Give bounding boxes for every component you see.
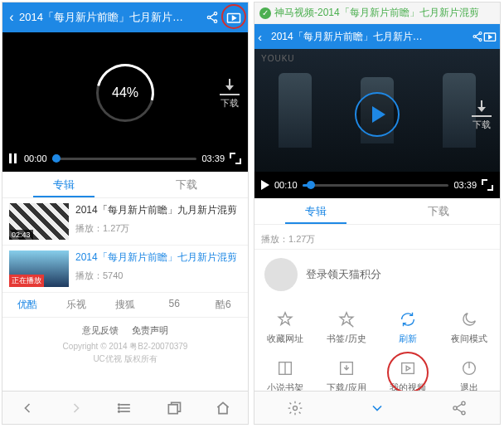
nav-collapse[interactable] [337, 392, 419, 424]
refresh-icon [398, 309, 418, 329]
player-controls: 00:10 03:39 [254, 172, 500, 198]
download-icon [220, 79, 240, 95]
profile-row[interactable]: 登录领天猫积分 [254, 250, 500, 299]
menu-favorites[interactable]: 收藏网址 [254, 303, 316, 352]
menu-refresh[interactable]: 刷新 [377, 303, 439, 352]
nav-menu[interactable] [100, 392, 149, 424]
power-icon [459, 358, 479, 378]
total-time: 03:39 [453, 180, 477, 190]
back-button[interactable]: ‹ [258, 30, 269, 44]
menu-grid: 收藏网址 书签/历史 刷新 夜间模式 小说书架 下载/应用 我的视频 退出 [254, 299, 500, 404]
share-icon[interactable] [203, 8, 221, 27]
video-player[interactable]: YOUKU 下载 00:10 03:39 [254, 49, 500, 198]
book-icon [275, 358, 295, 378]
source-tab[interactable]: 搜狐 [100, 298, 149, 312]
source-tab[interactable]: 56 [150, 298, 199, 312]
svg-point-19 [462, 411, 465, 414]
svg-point-18 [453, 406, 457, 409]
content-tabs: 专辑 下载 [2, 172, 248, 198]
nav-home[interactable] [199, 392, 248, 424]
download-button[interactable]: 下载 [472, 100, 492, 131]
tab-download[interactable]: 下载 [125, 172, 248, 197]
nav-back[interactable] [2, 392, 51, 424]
nav-settings[interactable] [254, 392, 337, 424]
item-views: 播放：1.27万 [75, 222, 241, 235]
star-icon [275, 309, 295, 329]
pause-button[interactable] [9, 153, 19, 163]
moon-icon [459, 309, 479, 329]
fullscreen-button[interactable] [230, 153, 241, 164]
bottom-nav [2, 391, 248, 424]
list-item[interactable]: 播放：1.27万 [254, 225, 500, 250]
item-views: 播放：1.27万 [261, 233, 493, 246]
page-title: 2014「每月新片前瞻」七月新片… [269, 30, 472, 44]
play-button[interactable] [355, 92, 400, 137]
login-prompt: 登录领天猫积分 [306, 267, 381, 282]
download-icon [337, 358, 356, 378]
back-button[interactable]: ‹ [6, 10, 17, 25]
feedback-link[interactable]: 意见反馈 [82, 325, 119, 335]
nav-forward[interactable] [51, 392, 100, 424]
svg-point-5 [119, 407, 120, 409]
disclaimer-link[interactable]: 免责声明 [132, 325, 168, 335]
thumbnail: 正在播放 [9, 250, 69, 287]
play-button-small[interactable] [261, 180, 269, 190]
seek-bar[interactable] [52, 158, 197, 160]
svg-rect-14 [402, 363, 414, 374]
queue-icon[interactable] [225, 8, 243, 27]
nav-share[interactable] [418, 392, 500, 424]
footer: 意见反馈 免责声明 Copyright © 2014 粤B2-20070379 … [2, 318, 248, 367]
video-icon [398, 358, 418, 378]
right-screenshot: ✓ 神马视频-2014「每月新片前瞻」七月新片混剪 ‹ 2014「每月新片前瞻」… [254, 2, 501, 425]
seek-bar[interactable] [303, 184, 449, 187]
source-tab[interactable]: 酷6 [199, 298, 248, 312]
header-bar: ‹ 2014「每月新片前瞻」七月新片… [2, 2, 248, 32]
current-time: 00:10 [274, 180, 298, 190]
player-controls: 00:00 03:39 [2, 145, 248, 172]
content-tabs: 专辑 下载 [254, 198, 500, 225]
security-banner: ✓ 神马视频-2014「每月新片前瞻」七月新片混剪 [254, 2, 500, 24]
svg-point-4 [119, 404, 120, 406]
fullscreen-button[interactable] [482, 179, 493, 191]
page-title: 2014「每月新片前瞻」七月新片… [17, 10, 201, 25]
source-tab[interactable]: 乐视 [51, 298, 100, 312]
tab-album[interactable]: 专辑 [254, 198, 377, 224]
svg-rect-7 [169, 404, 178, 413]
bookmark-icon [337, 309, 356, 329]
share-icon[interactable] [472, 31, 483, 42]
svg-point-16 [293, 406, 298, 410]
total-time: 03:39 [201, 153, 225, 163]
watermark: YOUKU [261, 54, 295, 63]
avatar [264, 258, 298, 291]
download-icon [472, 100, 492, 117]
item-title: 2014「每月新片前瞻」七月新片混剪 [75, 250, 241, 265]
source-tabs: 优酷 乐视 搜狐 56 酷6 [2, 293, 248, 318]
source-tab[interactable]: 优酷 [2, 298, 51, 312]
shield-icon: ✓ [259, 7, 271, 19]
current-time: 00:00 [24, 153, 47, 163]
bottom-nav [254, 391, 500, 424]
left-screenshot: ‹ 2014「每月新片前瞻」七月新片… 44% 下载 00:00 03:39 [2, 2, 249, 425]
download-button[interactable]: 下载 [220, 79, 240, 109]
svg-point-17 [462, 401, 465, 405]
loading-progress: 44% [96, 64, 154, 122]
queue-icon[interactable] [483, 31, 497, 42]
tab-download[interactable]: 下载 [377, 198, 500, 224]
nav-tabs[interactable] [150, 392, 199, 424]
header-bar: ‹ 2014「每月新片前瞻」七月新片… [254, 24, 500, 49]
list-item[interactable]: 正在播放 2014「每月新片前瞻」七月新片混剪 播放：5740 [2, 246, 248, 293]
svg-point-6 [119, 411, 120, 412]
thumbnail: 02:43 [9, 203, 69, 240]
menu-night[interactable]: 夜间模式 [439, 303, 500, 352]
item-title: 2014「每月新片前瞻」九月新片混剪 [75, 203, 241, 217]
tab-album[interactable]: 专辑 [2, 172, 125, 197]
copyright: Copyright © 2014 粤B2-20070379 [2, 340, 248, 353]
item-views: 播放：5740 [75, 270, 241, 282]
provider: UC优视 版权所有 [2, 353, 248, 365]
video-player[interactable]: 44% 下载 00:00 03:39 [2, 32, 248, 172]
list-item[interactable]: 02:43 2014「每月新片前瞻」九月新片混剪 播放：1.27万 [2, 198, 248, 246]
menu-bookmarks[interactable]: 书签/历史 [316, 303, 377, 352]
